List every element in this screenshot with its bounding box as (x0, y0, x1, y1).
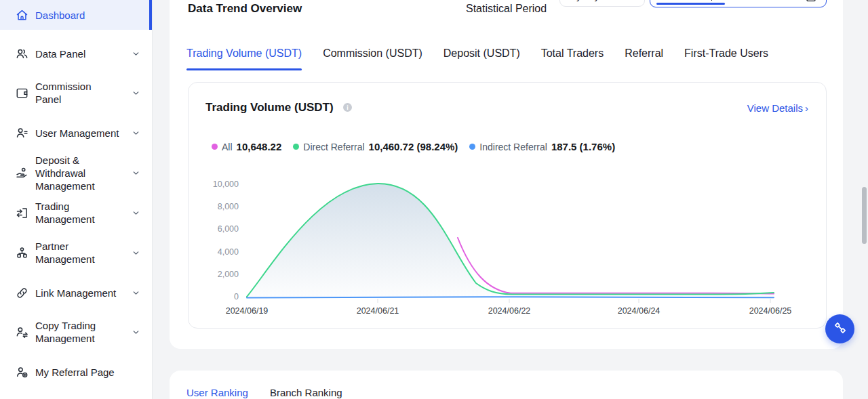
date-from-value: 2024/06/01 (660, 0, 711, 1)
tab-referral[interactable]: Referral (625, 47, 663, 76)
trading-volume-chart[interactable] (242, 173, 785, 309)
legend-item[interactable]: Direct Referral10,460.72 (98.24%) (293, 141, 458, 152)
tab-trading-volume-usdt[interactable]: Trading Volume (USDT) (186, 47, 302, 76)
commission-panel-icon (14, 85, 29, 100)
deposit-withdrawal-icon (14, 165, 29, 180)
sidebar-item-link-management[interactable]: Link Management (0, 278, 152, 308)
x-axis-tick-label: 2024/06/22 (479, 306, 540, 316)
calendar-icon[interactable] (805, 0, 817, 3)
y-axis-tick-label: 8,000 (191, 202, 239, 211)
ranking-tabbar: User RankingBranch Ranking (186, 387, 342, 398)
sidebar-item-commission-panel[interactable]: Commission Panel (0, 78, 152, 108)
sidebar-item-label: My Referral Page (35, 366, 119, 379)
period-select[interactable]: By day (559, 0, 645, 7)
legend-value: 10,460.72 (98.24%) (369, 141, 458, 152)
legend-dot-icon (212, 144, 218, 150)
chevron-down-icon (132, 248, 141, 257)
tab-commission-usdt[interactable]: Commission (USDT) (323, 47, 422, 76)
series-all-line (458, 238, 774, 294)
tab-first-trade-users[interactable]: First-Trade Users (684, 47, 768, 76)
tab-user-ranking[interactable]: User Ranking (186, 387, 248, 398)
home-icon (14, 7, 29, 22)
y-axis-tick-label: 0 (191, 292, 239, 301)
link-icon (14, 285, 29, 300)
sidebar-item-my-referral-page[interactable]: My Referral Page (0, 357, 152, 387)
series-indirect-referral-line (247, 297, 774, 297)
chevron-down-icon (132, 168, 141, 177)
chevron-down-icon (132, 288, 141, 297)
chevron-down-icon (132, 88, 141, 98)
quick-link-fab[interactable] (825, 314, 854, 343)
legend-name: Indirect Referral (479, 142, 547, 152)
y-axis-tick-label: 4,000 (191, 247, 239, 257)
legend-value: 187.5 (1.76%) (551, 141, 615, 152)
chevron-down-icon (627, 0, 636, 2)
date-range-input[interactable]: 2024/06/01 – 2024/06/30 (650, 0, 827, 7)
view-details-label: View Details (747, 102, 803, 114)
tab-deposit-usdt[interactable]: Deposit (USDT) (443, 47, 520, 76)
trading-management-icon (14, 205, 29, 220)
legend-value: 10,648.22 (237, 141, 282, 152)
chevron-right-icon: › (805, 102, 808, 114)
sidebar-item-copy-trading-management[interactable]: Copy Trading Management (0, 317, 152, 347)
legend-item[interactable]: All10,648.22 (212, 141, 281, 152)
sidebar-item-user-management[interactable]: User Management (0, 118, 152, 148)
legend-dot-icon (469, 144, 475, 150)
data-panel-users-icon (14, 46, 29, 61)
tab-branch-ranking[interactable]: Branch Ranking (270, 387, 342, 398)
my-referral-icon (14, 364, 29, 379)
sidebar-item-label: Copy Trading Management (35, 319, 119, 345)
legend-item[interactable]: Indirect Referral187.5 (1.76%) (469, 141, 615, 152)
text-cursor (711, 0, 712, 1)
x-axis-ticks (378, 299, 770, 303)
statistical-period-label: Statistical Period (466, 3, 547, 15)
sidebar-item-data-panel[interactable]: Data Panel (0, 39, 152, 68)
chevron-down-icon (132, 49, 141, 58)
ranking-panel: User RankingBranch Ranking (170, 371, 843, 399)
chevron-down-icon (132, 208, 141, 217)
x-axis-tick-label: 2024/06/24 (608, 306, 669, 316)
sidebar-item-label: Partner Management (35, 240, 119, 266)
sidebar-item-label: Link Management (35, 287, 119, 299)
data-trend-panel: Data Trend Overview Statistical Period B… (170, 0, 843, 349)
area-fill (247, 184, 774, 297)
legend-name: Direct Referral (303, 142, 364, 152)
sidebar-item-label: Deposit & Withdrawal Management (35, 154, 119, 192)
view-details-link[interactable]: View Details › (747, 102, 808, 114)
user-management-icon (14, 125, 29, 140)
sidebar-item-label: Commission Panel (35, 80, 119, 106)
sidebar-item-dashboard[interactable]: Dashboard (0, 0, 152, 30)
sidebar-item-label: Dashboard (35, 9, 119, 22)
sidebar-item-label: Trading Management (35, 200, 119, 226)
date-from-focus-underline (656, 3, 725, 5)
y-axis-tick-label: 2,000 (191, 270, 239, 279)
chart-legend: All10,648.22Direct Referral10,460.72 (98… (212, 141, 615, 152)
trading-volume-card: Trading Volume (USDT) i View Details › A… (188, 82, 827, 329)
date-separator: – (730, 0, 736, 1)
legend-name: All (222, 142, 233, 152)
tab-total-traders[interactable]: Total Traders (541, 47, 604, 76)
partner-management-icon (14, 245, 29, 260)
sidebar: DashboardData PanelCommission PanelUser … (0, 0, 153, 399)
legend-dot-icon (293, 144, 299, 150)
period-select-value: By day (570, 0, 599, 1)
dashboard-page: DashboardData PanelCommission PanelUser … (0, 0, 868, 399)
x-axis-tick-label: 2024/06/25 (740, 306, 801, 316)
date-to-value: 2024/06/30 (743, 0, 794, 1)
copy-trading-icon (14, 324, 29, 339)
chevron-down-icon (132, 327, 141, 337)
plug-link-icon (833, 320, 848, 338)
info-icon[interactable]: i (343, 103, 352, 112)
sidebar-item-label: User Management (35, 127, 119, 140)
sidebar-item-label: Data Panel (35, 47, 119, 60)
page-title: Data Trend Overview (188, 2, 302, 16)
y-axis-tick-label: 6,000 (191, 224, 239, 234)
metric-tabbar: Trading Volume (USDT)Commission (USDT)De… (186, 47, 768, 76)
page-scrollbar-thumb[interactable] (862, 187, 867, 244)
x-axis-tick-label: 2024/06/21 (347, 306, 408, 316)
card-title: Trading Volume (USDT) (205, 101, 334, 114)
sidebar-item-partner-management[interactable]: Partner Management (0, 238, 152, 268)
sidebar-item-trading-management[interactable]: Trading Management (0, 198, 152, 228)
sidebar-item-deposit-withdrawal-management[interactable]: Deposit & Withdrawal Management (0, 152, 152, 193)
chevron-down-icon (132, 128, 141, 138)
